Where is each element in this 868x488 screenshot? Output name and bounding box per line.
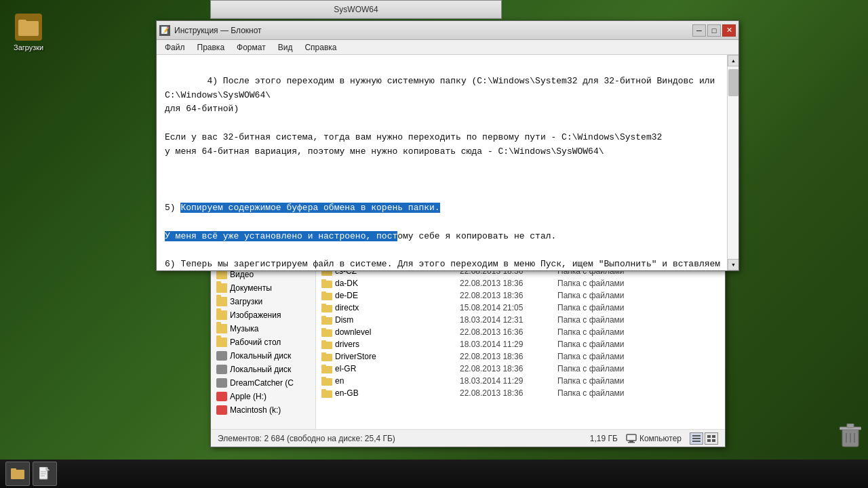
file-row-1[interactable]: da-DK 22.08.2013 18:36 Папка с файлами — [316, 277, 714, 289]
notepad-scroll-thumb[interactable] — [728, 69, 738, 96]
notepad-window: 📝 Инструкция — Блокнот ─ □ ✕ Файл Правка… — [156, 20, 739, 271]
folder-icon — [216, 297, 227, 306]
explorer-statusbar: Элементов: 2 684 (свободно на диске: 25,… — [211, 429, 725, 447]
notepad-app-icon: 📝 — [159, 25, 170, 36]
notepad-window-controls: ─ □ ✕ — [692, 24, 736, 37]
sidebar-label-macintosh: Macintosh (k:) — [230, 405, 281, 415]
sidebar-label-apple: Apple (H:) — [230, 392, 267, 401]
svg-rect-17 — [321, 352, 326, 355]
sidebar-item-images[interactable]: Изображения — [211, 308, 315, 322]
sidebar-item-docs[interactable]: Документы — [211, 281, 315, 295]
folder-icon — [216, 270, 227, 279]
notepad-title-area: 📝 Инструкция — Блокнот — [159, 25, 262, 36]
svg-rect-9 — [321, 304, 326, 306]
file-type-8: Папка с файлами — [557, 364, 709, 373]
taskbar-item-2[interactable] — [33, 462, 57, 486]
taskbar-folder-icon — [11, 467, 24, 481]
file-folder-icon-8 — [321, 364, 332, 373]
details-view-btn[interactable] — [705, 432, 718, 445]
drive-icon — [216, 378, 227, 388]
computer-section: Компьютер — [626, 434, 682, 443]
explorer-file-table: cs-CZ 22.08.2013 18:36 Папка с файлами d… — [316, 265, 725, 429]
svg-rect-27 — [692, 435, 701, 436]
menu-help[interactable]: Справка — [299, 41, 342, 54]
drive-icon — [216, 351, 227, 361]
file-row-7[interactable]: DriverStore 22.08.2013 18:36 Папка с фай… — [316, 350, 714, 363]
menu-format[interactable]: Формат — [231, 41, 271, 54]
file-type-7: Папка с файлами — [557, 352, 709, 361]
file-row-3[interactable]: directx 15.08.2014 21:05 Папка с файлами — [316, 302, 714, 314]
notepad-content-area[interactable]: 4) После этого переходим в нужную систем… — [157, 55, 738, 270]
svg-rect-7 — [321, 291, 326, 294]
taskbar-item-1[interactable] — [5, 462, 30, 486]
sidebar-item-macintosh[interactable]: Macintosh (k:) — [211, 403, 315, 417]
file-date-4: 18.03.2014 12:31 — [460, 315, 555, 325]
status-size: 1,19 ГБ — [590, 434, 618, 443]
sidebar-item-desktop[interactable]: Рабочий стол — [211, 336, 315, 349]
svg-rect-31 — [712, 435, 715, 438]
sidebar-item-apple[interactable]: Apple (H:) — [211, 390, 315, 403]
file-row-10[interactable]: en-GB 22.08.2013 18:36 Папка с файлами — [316, 387, 714, 399]
taskbar-document-icon — [39, 467, 50, 481]
file-type-3: Папка с файлами — [557, 303, 709, 312]
file-row-9[interactable]: en 18.03.2014 11:29 Папка с файлами — [316, 375, 714, 387]
file-row-2[interactable]: de-DE 22.08.2013 18:36 Папка с файлами — [316, 289, 714, 302]
sidebar-item-dreamcatcher[interactable]: DreamCatcher (C — [211, 376, 315, 390]
file-folder-icon-10 — [321, 388, 332, 398]
sidebar-label-localdisk1: Локальный диск — [230, 351, 291, 361]
desktop-icon-downloads[interactable]: Загрузки — [14, 14, 43, 52]
file-folder-icon-5 — [321, 327, 332, 337]
file-type-4: Папка с файлами — [557, 315, 709, 325]
sidebar-item-localdisk1[interactable]: Локальный диск — [211, 349, 315, 363]
svg-rect-36 — [847, 424, 854, 428]
file-name-8: el-GR — [321, 364, 457, 373]
svg-rect-19 — [321, 365, 326, 367]
explorer-content: Видео Документы Загрузки Изображения Муз… — [211, 265, 725, 429]
file-folder-icon-9 — [321, 376, 332, 386]
file-row-4[interactable]: Dism 18.03.2014 12:31 Папка с файлами — [316, 314, 714, 326]
file-type-6: Папка с файлами — [557, 340, 709, 349]
folder-icon — [216, 283, 227, 293]
status-free-text: (свободно на диске: 25,4 ГБ) — [287, 434, 395, 443]
svg-rect-23 — [321, 389, 326, 392]
file-date-10: 22.08.2013 18:36 — [460, 388, 555, 398]
syswow-titlebar: SysWOW64 — [210, 0, 502, 19]
apple-drive-icon-2 — [216, 405, 227, 415]
svg-rect-32 — [707, 439, 711, 442]
svg-rect-28 — [692, 438, 701, 439]
downloads-folder-icon — [15, 14, 42, 41]
notepad-scrollbar[interactable]: ▲ ▼ — [727, 55, 738, 270]
notepad-scroll-up-btn[interactable]: ▲ — [728, 55, 738, 66]
file-date-5: 22.08.2013 16:36 — [460, 327, 555, 337]
sidebar-label-music: Музыка — [230, 324, 258, 333]
file-type-2: Папка с файлами — [557, 291, 709, 300]
notepad-scroll-down-btn[interactable]: ▼ — [728, 259, 738, 270]
menu-edit[interactable]: Правка — [192, 41, 231, 54]
file-name-6: drivers — [321, 340, 457, 349]
sidebar-item-downloads[interactable]: Загрузки — [211, 295, 315, 308]
file-row-5[interactable]: downlevel 22.08.2013 16:36 Папка с файла… — [316, 326, 714, 338]
trash-icon[interactable] — [840, 424, 861, 451]
notepad-text: 4) После этого переходим в нужную систем… — [157, 55, 738, 270]
folder-icon — [216, 310, 227, 320]
notepad-menubar: Файл Правка Формат Вид Справка — [157, 40, 738, 55]
sidebar-label-localdisk2: Локальный диск — [230, 365, 291, 374]
drive-icon — [216, 365, 227, 374]
svg-rect-5 — [321, 279, 326, 282]
sidebar-label-images: Изображения — [230, 310, 281, 320]
notepad-scroll-track[interactable] — [728, 66, 738, 259]
file-name-3: directx — [321, 303, 457, 312]
file-row-6[interactable]: drivers 18.03.2014 11:29 Папка с файлами — [316, 338, 714, 350]
menu-file[interactable]: Файл — [159, 41, 191, 54]
notepad-minimize-button[interactable]: ─ — [692, 24, 706, 37]
view-toggle — [690, 432, 718, 445]
notepad-maximize-button[interactable]: □ — [707, 24, 721, 37]
sidebar-label-docs: Документы — [230, 283, 272, 293]
file-type-10: Папка с файлами — [557, 388, 709, 398]
sidebar-item-music[interactable]: Музыка — [211, 322, 315, 336]
menu-view[interactable]: Вид — [273, 41, 298, 54]
sidebar-item-localdisk2[interactable]: Локальный диск — [211, 363, 315, 376]
file-row-8[interactable]: el-GR 22.08.2013 18:36 Папка с файлами — [316, 363, 714, 375]
notepad-close-button[interactable]: ✕ — [722, 24, 736, 37]
list-view-btn[interactable] — [690, 432, 703, 445]
